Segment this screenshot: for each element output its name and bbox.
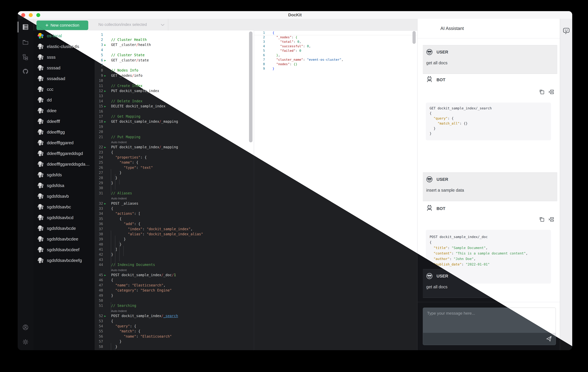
line-number: 6 (254, 53, 265, 57)
editor-line[interactable]: 50 ▶ (95, 298, 254, 303)
editor-line[interactable]: 56 ▶ "name": "Elasticsearch" (95, 334, 254, 339)
editor-line[interactable]: 53 ▶ { (95, 319, 254, 324)
run-query-icon[interactable]: ▶ (103, 120, 111, 123)
connection-item[interactable]: sgdsfdsavbcd (33, 212, 95, 223)
files-icon[interactable] (22, 39, 29, 45)
editor-line[interactable]: 55 ▶ "match": { (95, 329, 254, 334)
run-query-icon[interactable]: ▶ (103, 89, 111, 92)
new-connection-button[interactable]: + New connection (36, 20, 88, 30)
editor-line[interactable]: 34 ▶ "actions": [ (95, 211, 254, 216)
editor-line[interactable]: 54 ▶ "query": { (95, 324, 254, 329)
connection-item[interactable]: sgdsfdsa (33, 180, 95, 191)
result-line: 4 "successful": 0, (254, 44, 417, 48)
editor-line[interactable]: 59 ▶ } (95, 349, 254, 350)
copy-icon[interactable] (539, 217, 545, 222)
editor-line[interactable]: 57 ▶ } (95, 339, 254, 344)
indent-guide (115, 348, 115, 350)
connection-item[interactable]: ddee (33, 105, 95, 116)
editor-line[interactable]: 39 ▶ } (95, 237, 254, 242)
editor-line[interactable]: 22 ▶ PUT dockit_sample_index/_mapping (95, 145, 254, 150)
editor-line[interactable]: 43 ▶ (95, 257, 254, 262)
run-query-icon[interactable]: ▶ (103, 105, 111, 108)
editor-line[interactable]: 27 ▶ } (95, 170, 254, 175)
account-icon[interactable] (22, 324, 29, 331)
insert-code-icon[interactable] (548, 89, 554, 94)
run-query-icon[interactable]: ▶ (103, 273, 111, 277)
connection-item[interactable]: ddeefffggareddsgda… (33, 159, 95, 170)
editor-line[interactable]: 49 ▶ } (95, 293, 254, 298)
connection-item[interactable]: sgdsfdsavbc (33, 201, 95, 212)
run-query-icon[interactable]: ▶ (103, 202, 111, 205)
run-query-icon[interactable]: ▶ (103, 314, 111, 318)
connection-item[interactable]: sgdsfds (33, 170, 95, 180)
editor-line[interactable]: 32 ▶ POST _aliases (95, 201, 254, 206)
editor-line[interactable]: 41 ▶ ] (95, 247, 254, 252)
editor-line[interactable]: ▶ Auto Indent (95, 196, 254, 201)
structure-icon[interactable] (22, 54, 29, 60)
connection-item[interactable]: ddeefffggareddsgd (33, 148, 95, 159)
editor-scrollbar[interactable] (249, 31, 252, 142)
connection-item[interactable]: ccc (33, 84, 95, 95)
connections-icon[interactable] (22, 24, 29, 30)
editor-line[interactable]: 24 ▶ "properties": { (95, 155, 254, 160)
editor-line[interactable]: 46 ▶ { (95, 278, 254, 283)
collection-select[interactable]: No collection/index selected (98, 19, 147, 30)
copy-icon[interactable] (539, 89, 545, 94)
editor-line[interactable]: 37 ▶ "index": "dockit_sample_index", (95, 226, 254, 231)
settings-icon[interactable] (22, 339, 29, 345)
ai-chat-toggle-icon[interactable] (563, 27, 570, 35)
editor-line[interactable]: 47 ▶ "name": "Elasticsearch", (95, 283, 254, 288)
editor-line[interactable]: 4 ▶ (95, 47, 254, 52)
editor-line[interactable]: 3 ▶ GET _cluster/health (95, 42, 254, 47)
connection-item[interactable]: ddeefff (33, 116, 95, 127)
run-query-icon[interactable]: ▶ (103, 43, 111, 46)
editor-line[interactable]: 29 ▶ } (95, 180, 254, 185)
editor-line[interactable]: 31 ▶ // Aliases (95, 191, 254, 196)
github-icon[interactable] (22, 68, 29, 75)
editor-line[interactable]: 2 ▶ // Cluster Health (95, 37, 254, 42)
editor-line[interactable]: 25 ▶ "name": { (95, 160, 254, 165)
insert-code-icon[interactable] (548, 217, 554, 222)
results-scrollbar[interactable] (412, 31, 416, 44)
editor-line[interactable]: ▶ Auto Indent (95, 308, 254, 313)
editor-line[interactable]: 45 ▶ POST dockit_sample_index/_doc/1 (95, 272, 254, 278)
editor-line[interactable]: 44 ▶ // Indexing Documents (95, 262, 254, 267)
editor-line[interactable]: 6 ▶ GET _cluster/state (95, 58, 254, 63)
chevron-down-icon[interactable] (161, 24, 165, 26)
editor-line[interactable]: 35 ▶ { (95, 216, 254, 221)
editor-line[interactable]: 7 ▶ (95, 63, 254, 68)
connection-item[interactable]: sgdsfdsavbcdeef (33, 244, 95, 255)
editor-line[interactable]: 8 ▶ // Nodes Info (95, 68, 254, 73)
editor-line[interactable]: 58 ▶ } (95, 344, 254, 349)
editor-line[interactable]: 48 ▶ "category": "Search Engine" (95, 288, 254, 293)
editor-line[interactable]: 28 ▶ } (95, 175, 254, 180)
connection-item[interactable]: sssadsad (33, 73, 95, 84)
editor-line[interactable]: ▶ Auto Indent (95, 267, 254, 272)
run-query-icon[interactable]: ▶ (103, 146, 111, 149)
editor-line[interactable]: 30 ▶ (95, 186, 254, 191)
indent-guide (111, 343, 111, 350)
editor-line[interactable]: 26 ▶ "type": "text" (95, 165, 254, 170)
connection-item[interactable]: sgdsfdsavbcdeefg (33, 255, 95, 266)
run-query-icon[interactable]: ▶ (103, 59, 111, 62)
connection-item[interactable]: sgdsfdsavb (33, 191, 95, 201)
connection-item[interactable]: ddeefffggared (33, 137, 95, 148)
editor-line[interactable]: 40 ▶ } (95, 242, 254, 247)
editor-line[interactable]: 36 ▶ "add": { (95, 221, 254, 226)
connection-item[interactable]: dd (33, 95, 95, 105)
editor-line[interactable]: 52 ▶ POST dockit_sample_index/_search (95, 313, 254, 318)
editor-line[interactable]: 33 ▶ { (95, 206, 254, 211)
code-text: DELETE dockit_sample_index (111, 104, 166, 108)
editor-line[interactable]: 5 ▶ // Cluster State (95, 53, 254, 58)
editor-line[interactable]: 23 ▶ { (95, 150, 254, 155)
connection-item[interactable]: sgdsfdsavbcde (33, 223, 95, 234)
editor-line[interactable]: 42 ▶ } (95, 252, 254, 257)
connection-item[interactable]: ddeefffgg (33, 127, 95, 137)
run-query-icon[interactable]: ▶ (103, 74, 111, 77)
connection-item[interactable]: sgdsfdsavbcdee (33, 234, 95, 244)
editor-line[interactable]: 51 ▶ // Searching (95, 303, 254, 308)
editor-line[interactable]: 1 ▶ (95, 32, 254, 37)
send-icon[interactable] (546, 335, 552, 342)
editor-line[interactable]: 38 ▶ "alias": "dockit_sample_index_alias… (95, 231, 254, 237)
connection-item[interactable]: ssssad (33, 63, 95, 73)
